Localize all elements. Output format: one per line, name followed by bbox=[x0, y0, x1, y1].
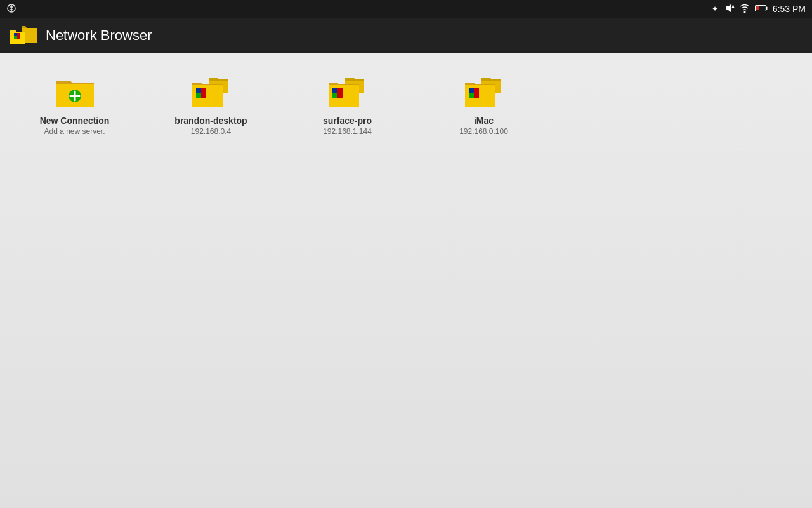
wifi-icon bbox=[740, 4, 750, 14]
main-content: New Connection Add a new server. bbox=[0, 53, 812, 508]
surface-pro-folder-icon bbox=[326, 76, 369, 110]
title-bar: Network Browser bbox=[0, 18, 812, 53]
items-grid: New Connection Add a new server. bbox=[6, 66, 806, 145]
imac-subtitle: 192.168.0.100 bbox=[459, 127, 508, 136]
brandon-desktop-item[interactable]: brandon-desktop 192.168.0.4 bbox=[143, 66, 279, 145]
usb-icon bbox=[6, 3, 16, 15]
surface-pro-item[interactable]: surface-pro 192.168.1.144 bbox=[279, 66, 416, 145]
svg-rect-13 bbox=[14, 36, 17, 39]
surface-pro-name: surface-pro bbox=[323, 116, 372, 126]
status-right-icons: ✦ 6:53 PM bbox=[712, 4, 806, 14]
mute-icon bbox=[724, 4, 735, 14]
svg-rect-24 bbox=[332, 93, 337, 98]
svg-rect-29 bbox=[474, 93, 479, 98]
surface-pro-subtitle: 192.168.1.144 bbox=[323, 127, 372, 136]
status-left-icons bbox=[6, 3, 16, 15]
app-title: Network Browser bbox=[46, 27, 152, 44]
imac-item[interactable]: iMac 192.168.0.100 bbox=[416, 66, 552, 145]
svg-rect-22 bbox=[332, 88, 337, 93]
svg-rect-19 bbox=[201, 88, 206, 93]
battery-icon bbox=[755, 4, 768, 13]
svg-rect-10 bbox=[756, 6, 759, 10]
svg-rect-25 bbox=[337, 93, 343, 98]
svg-rect-18 bbox=[196, 88, 201, 93]
bluetooth-icon: ✦ bbox=[712, 4, 719, 13]
new-connection-item[interactable]: New Connection Add a new server. bbox=[6, 66, 143, 145]
svg-point-7 bbox=[743, 11, 745, 13]
svg-rect-20 bbox=[196, 93, 201, 98]
brandon-desktop-name: brandon-desktop bbox=[174, 116, 247, 126]
svg-rect-28 bbox=[469, 93, 474, 98]
svg-rect-12 bbox=[17, 33, 20, 36]
brandon-desktop-folder-icon bbox=[190, 76, 233, 110]
imac-name: iMac bbox=[474, 116, 494, 126]
svg-rect-9 bbox=[766, 7, 767, 10]
imac-folder-icon bbox=[462, 76, 506, 110]
time-display: 6:53 PM bbox=[773, 4, 806, 14]
app-icon bbox=[10, 24, 37, 47]
new-connection-subtitle: Add a new server. bbox=[44, 127, 105, 136]
brandon-desktop-subtitle: 192.168.0.4 bbox=[191, 127, 231, 136]
svg-rect-11 bbox=[14, 33, 17, 36]
svg-rect-23 bbox=[337, 88, 343, 93]
status-bar: ✦ 6:53 PM bbox=[0, 0, 812, 18]
svg-rect-21 bbox=[201, 93, 206, 98]
svg-rect-27 bbox=[474, 88, 479, 93]
new-connection-folder-icon bbox=[53, 76, 96, 110]
new-connection-name: New Connection bbox=[40, 116, 110, 126]
svg-marker-4 bbox=[726, 4, 731, 12]
svg-rect-26 bbox=[469, 88, 474, 93]
svg-rect-14 bbox=[17, 36, 20, 39]
